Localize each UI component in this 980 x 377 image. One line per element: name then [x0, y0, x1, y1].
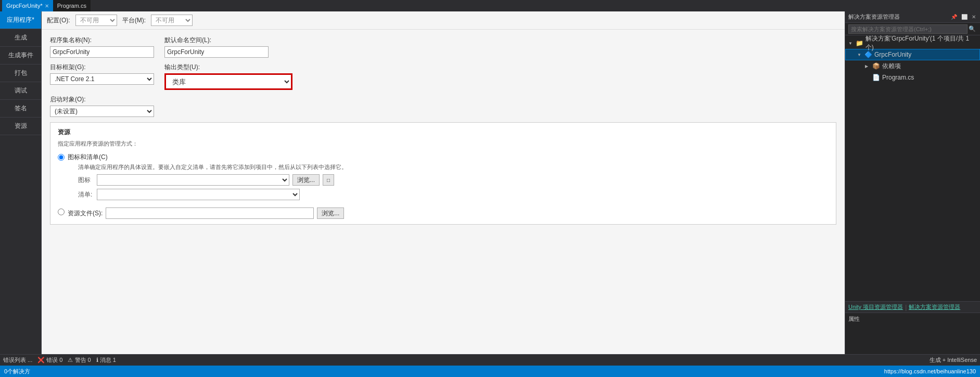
- target-framework-label: 目标框架(G):: [50, 63, 154, 72]
- config-select[interactable]: 不可用: [75, 15, 117, 26]
- status-url: https://blog.csdn.net/beihuanline130: [884, 368, 976, 374]
- message-icon: ℹ: [96, 357, 98, 363]
- tree-item-solution[interactable]: ▼ 📁 解决方案'GrpcForUnity'(1 个项目/共 1 个): [845, 37, 980, 49]
- resource-file-browse-button[interactable]: 浏览...: [317, 207, 344, 219]
- radio-item-icon-manifest: 图标和清单(C) 清单确定应用程序的具体设置。要嵌入自定义清单，请首先将它添加到…: [58, 153, 829, 203]
- warning-icon: ⚠: [68, 357, 73, 363]
- status-left: 0个解决方: [4, 368, 30, 375]
- solution-search-input[interactable]: [848, 24, 968, 34]
- status-bar: 0个解决方 https://blog.csdn.net/beihuanline1…: [0, 366, 980, 377]
- sidebar-item-application[interactable]: 应用程序*: [0, 11, 41, 29]
- content-topbar: 配置(O): 不可用 平台(M): 不可用: [42, 11, 845, 30]
- manifest-select[interactable]: [97, 189, 300, 200]
- default-namespace-label: 默认命名空间(L):: [164, 36, 269, 45]
- maximize-icon[interactable]: ⬜: [960, 14, 969, 20]
- close-icon[interactable]: ✕: [971, 14, 977, 20]
- deps-arrow: ▶: [865, 64, 870, 69]
- form-area: 程序集名称(N): 默认命名空间(L): 目标框架(G): .NET Core …: [42, 30, 845, 354]
- main-layout: 应用程序* 生成 生成事件 打包 调试 签名 资源 配置(O): 不可用 平台(…: [0, 11, 980, 354]
- config-label: 配置(O):: [47, 16, 70, 25]
- sidebar-item-debug[interactable]: 调试: [0, 82, 41, 100]
- manifest-label: 清单:: [78, 190, 94, 199]
- resource-file-input[interactable]: [106, 207, 314, 219]
- names-row: 程序集名称(N): 默认命名空间(L):: [50, 36, 836, 58]
- tree-item-programcs[interactable]: 📄 Program.cs: [845, 72, 980, 83]
- properties-panel: 属性: [845, 313, 980, 354]
- tab-programcs-label: Program.cs: [57, 3, 86, 9]
- sidebar: 应用程序* 生成 生成事件 打包 调试 签名 资源: [0, 11, 42, 354]
- icon-label: 图标: [78, 176, 94, 185]
- sidebar-item-resources[interactable]: 资源: [0, 118, 41, 135]
- solution-arrow: ▼: [848, 41, 854, 46]
- solution-explorer-link[interactable]: 解决方案资源管理器: [909, 303, 960, 311]
- right-panel: 解决方案资源管理器 📌 ⬜ ✕ 🔍 ▼ 📁 解决方案'GrpcForUnity'…: [845, 11, 980, 354]
- file-icon: 📄: [872, 74, 880, 81]
- deps-label: 依赖项: [882, 62, 901, 71]
- unity-project-link[interactable]: Unity 项目资源管理器: [848, 303, 903, 311]
- icon-row: 图标 浏览... □: [78, 174, 347, 186]
- startup-label: 启动对象(O):: [50, 95, 836, 104]
- tree-item-dependencies[interactable]: ▶ 📦 依赖项: [845, 60, 980, 72]
- tab-grpcforunity-close[interactable]: ✕: [45, 3, 49, 9]
- content-area: 配置(O): 不可用 平台(M): 不可用 程序集名称(N): 默认命名空间(L…: [42, 11, 845, 354]
- radio-icon-manifest-desc: 清单确定应用程序的具体设置。要嵌入自定义清单，请首先将它添加到项目中，然后从以下…: [78, 163, 347, 171]
- properties-title: 属性: [848, 315, 977, 323]
- search-icon[interactable]: 🔍: [968, 25, 977, 32]
- bottom-bar: 错误列表 ... ❌ 错误 0 ⚠ 警告 0 ℹ 消息 1 生成 + Intel…: [0, 354, 980, 366]
- target-framework-group: 目标框架(G): .NET Core 2.1: [50, 63, 154, 90]
- sidebar-item-build[interactable]: 生成: [0, 29, 41, 47]
- tab-grpcforunity[interactable]: GrpcForUnity* ✕: [2, 0, 53, 11]
- icon-clear-button[interactable]: □: [323, 174, 334, 186]
- build-intellisense-label: 生成 + IntelliSense: [930, 356, 977, 364]
- project-icon: 🔷: [864, 51, 872, 58]
- errors-list-label[interactable]: 错误列表 ...: [3, 356, 32, 364]
- sidebar-item-signing[interactable]: 签名: [0, 100, 41, 118]
- target-framework-select[interactable]: .NET Core 2.1: [50, 73, 154, 85]
- tree-area: ▼ 📁 解决方案'GrpcForUnity'(1 个项目/共 1 个) ▼ 🔷 …: [845, 35, 980, 301]
- output-type-group: 输出类型(U): 类库: [164, 63, 292, 90]
- platform-select[interactable]: 不可用: [151, 15, 193, 26]
- radio-icon-manifest[interactable]: [58, 154, 65, 161]
- right-panel-bottom: Unity 项目资源管理器 | 解决方案资源管理器: [845, 301, 980, 313]
- icon-select[interactable]: [97, 174, 289, 186]
- output-type-select[interactable]: 类库: [166, 75, 291, 88]
- pin-icon[interactable]: 📌: [950, 14, 958, 20]
- icon-group: 图标 浏览... □ 清单:: [78, 174, 347, 200]
- radio-resource-file[interactable]: [58, 209, 65, 215]
- radio-icon-manifest-label: 图标和清单(C): [68, 153, 108, 161]
- message-count: ℹ 消息 1: [96, 356, 116, 364]
- header-icons: 📌 ⬜ ✕: [950, 14, 977, 20]
- framework-output-row: 目标框架(G): .NET Core 2.1 输出类型(U): 类库: [50, 63, 836, 90]
- startup-select[interactable]: (未设置): [50, 106, 154, 117]
- assembly-name-label: 程序集名称(N):: [50, 36, 154, 45]
- assembly-name-group: 程序集名称(N):: [50, 36, 154, 58]
- project-label: GrpcForUnity: [874, 51, 911, 58]
- sidebar-item-build-events[interactable]: 生成事件: [0, 47, 41, 64]
- error-icon: ❌: [37, 357, 45, 363]
- warning-label: 警告 0: [75, 357, 91, 363]
- startup-row: 启动对象(O): (未设置): [50, 95, 836, 117]
- icon-browse-button[interactable]: 浏览...: [292, 174, 320, 186]
- assembly-name-input[interactable]: [50, 46, 154, 58]
- title-bar: GrpcForUnity* ✕ Program.cs: [0, 0, 980, 11]
- error-label: 错误 0: [46, 357, 62, 363]
- tab-programcs[interactable]: Program.cs: [53, 0, 91, 11]
- manifest-row: 清单:: [78, 189, 347, 200]
- sidebar-item-package[interactable]: 打包: [0, 64, 41, 82]
- deps-icon: 📦: [872, 62, 880, 70]
- resources-desc: 指定应用程序资源的管理方式：: [58, 140, 829, 148]
- output-type-label: 输出类型(U):: [164, 63, 292, 72]
- default-namespace-input[interactable]: [164, 46, 269, 58]
- file-label: Program.cs: [882, 74, 914, 81]
- solution-explorer-header: 解决方案资源管理器 📌 ⬜ ✕: [845, 11, 980, 23]
- separator: |: [905, 304, 907, 311]
- solution-label: 解决方案'GrpcForUnity'(1 个项目/共 1 个): [866, 35, 977, 52]
- radio-group: 图标和清单(C) 清单确定应用程序的具体设置。要嵌入自定义清单，请首先将它添加到…: [58, 153, 829, 219]
- resources-section: 资源 指定应用程序资源的管理方式： 图标和清单(C) 清单确定应用程序的具体设置…: [50, 122, 836, 225]
- resources-title: 资源: [58, 128, 829, 137]
- error-count: ❌ 错误 0: [37, 356, 62, 364]
- radio-item-resource-file: 资源文件(S): 浏览...: [58, 207, 829, 219]
- tab-grpcforunity-label: GrpcForUnity*: [6, 3, 43, 9]
- solution-explorer-search-bar: 🔍: [845, 23, 980, 35]
- solution-icon: 📁: [856, 40, 863, 47]
